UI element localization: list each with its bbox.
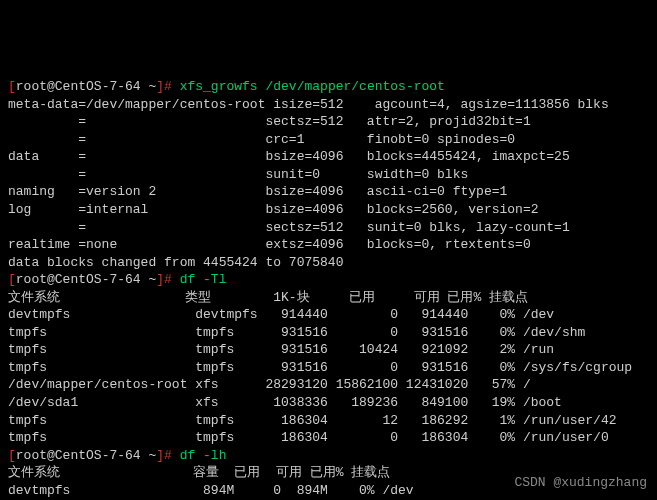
prompt-bracket: [ <box>8 79 16 94</box>
df-tl-rows: devtmpfs devtmpfs 914440 0 914440 0% /de… <box>8 307 632 445</box>
command-df-lh[interactable]: df -lh <box>180 448 227 463</box>
prompt-bracket: ]# <box>156 448 179 463</box>
prompt-host: root@CentOS-7-64 ~ <box>16 79 156 94</box>
prompt-host: root@CentOS-7-64 ~ <box>16 272 156 287</box>
watermark-text: CSDN @xudingzhang <box>514 474 647 492</box>
terminal-output: [root@CentOS-7-64 ~]# xfs_growfs /dev/ma… <box>8 78 649 500</box>
prompt-bracket: [ <box>8 272 16 287</box>
xfs-growfs-output: meta-data=/dev/mapper/centos-root isize=… <box>8 97 609 270</box>
prompt-host: root@CentOS-7-64 ~ <box>16 448 156 463</box>
df-lh-rows-before: devtmpfs 894M 0 894M 0% /dev tmpfs 910M … <box>8 483 492 500</box>
prompt-bracket: ]# <box>156 272 179 287</box>
command-df-tl[interactable]: df -Tl <box>180 272 227 287</box>
prompt-bracket: ]# <box>156 79 179 94</box>
df-tl-header: 文件系统 类型 1K-块 已用 可用 已用% 挂载点 <box>8 290 528 305</box>
df-lh-header: 文件系统 容量 已用 可用 已用% 挂载点 <box>8 465 390 480</box>
prompt-bracket: [ <box>8 448 16 463</box>
command-xfs-growfs[interactable]: xfs_growfs /dev/mapper/centos-root <box>180 79 445 94</box>
